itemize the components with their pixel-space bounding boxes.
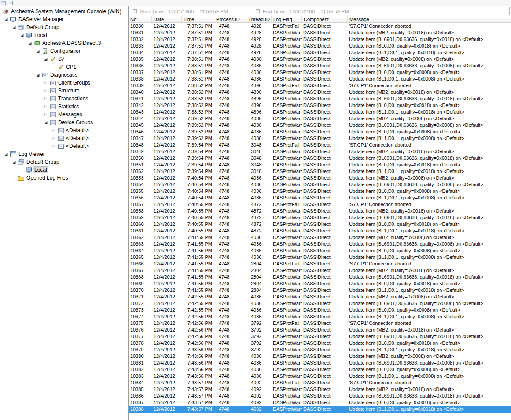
log-row[interactable]: 1036112/4/20127:40:55 PM47484872DASProtW… — [129, 228, 511, 234]
log-row[interactable]: 1034812/4/20127:39:54 PM47483048DASProtF… — [129, 142, 511, 148]
log-row[interactable]: 1035612/4/20127:40:54 PM47484036DASProtW… — [129, 195, 511, 201]
tree-item-default[interactable]: ▷<Default> — [0, 126, 127, 134]
log-row[interactable]: 1035412/4/20127:40:54 PM47484036DASProtW… — [129, 181, 511, 188]
log-row[interactable]: 1036512/4/20127:41:55 PM47484036DASProtW… — [129, 254, 511, 261]
expanded-arrow-icon[interactable]: ◢ — [42, 118, 49, 126]
log-row[interactable]: 1038212/4/20127:43:56 PM47484036DASProtW… — [129, 366, 511, 373]
collapsed-arrow-icon[interactable]: ▷ — [42, 87, 49, 95]
log-row[interactable]: 1037012/4/20127:41:55 PM47482804DASProtW… — [129, 287, 511, 294]
log-row[interactable]: 1033712/4/20127:38:51 PM47484036DASProtW… — [129, 69, 511, 76]
tree-item-local[interactable]: ◢Local — [0, 31, 127, 39]
column-header-time[interactable]: Time — [182, 16, 214, 22]
log-row[interactable]: 1036712/4/20127:41:55 PM47482804DASProtW… — [129, 267, 511, 274]
console-window-icon[interactable] — [1, 1, 6, 5]
tree-item-default[interactable]: ▷<Default> — [0, 134, 127, 142]
log-row[interactable]: 1034312/4/20127:38:52 PM47484396DASProtW… — [129, 109, 511, 115]
log-row[interactable]: 1036412/4/20127:41:55 PM47484036DASProtW… — [129, 247, 511, 254]
log-row[interactable]: 1036612/4/20127:41:55 PM47482804DASProtF… — [129, 261, 511, 267]
end-time-checkbox[interactable] — [256, 9, 260, 13]
log-row[interactable]: 1038812/4/20127:43:57 PM47484092DASProtW… — [129, 406, 511, 413]
column-header-process-id[interactable]: Process ID — [214, 16, 246, 22]
log-row[interactable]: 1037512/4/20127:42:56 PM47483792DASProtF… — [129, 320, 511, 327]
log-row[interactable]: 1033412/4/20127:37:51 PM47484928DASProtW… — [129, 49, 511, 56]
log-row[interactable]: 1033512/4/20127:38:51 PM47484036DASProtW… — [129, 56, 511, 63]
log-row[interactable]: 1035112/4/20127:39:54 PM47483048DASProtW… — [129, 162, 511, 168]
start-time-checkbox[interactable] — [133, 9, 137, 13]
log-row[interactable]: 1035312/4/20127:40:54 PM47484036DASProtW… — [129, 175, 511, 181]
tree-item-diagnostics[interactable]: ◢Diagnostics — [0, 71, 127, 79]
log-row[interactable]: 1037612/4/20127:42:56 PM47483792DASProtW… — [129, 327, 511, 333]
expanded-arrow-icon[interactable]: ◢ — [3, 150, 10, 158]
collapsed-arrow-icon[interactable]: ▷ — [42, 111, 49, 118]
log-row[interactable]: 1035212/4/20127:39:54 PM47483048DASProtW… — [129, 168, 511, 175]
tree-item-client-groups[interactable]: ▷Client Groups — [0, 79, 127, 87]
log-row[interactable]: 1036912/4/20127:41:55 PM47482804DASProtW… — [129, 280, 511, 287]
log-row[interactable]: 1038012/4/20127:43:56 PM47484036DASProtW… — [129, 353, 511, 360]
collapsed-arrow-icon[interactable]: ▷ — [50, 126, 57, 134]
log-row[interactable]: 1037412/4/20127:42:55 PM47484036DASProtW… — [129, 313, 511, 320]
log-row[interactable]: 1033012/4/20127:37:51 PM47484928DASProtF… — [129, 23, 511, 29]
tree-item-opened-log-files[interactable]: Opened Log Files — [0, 174, 127, 182]
log-row[interactable]: 1034612/4/20127:39:52 PM47484036DASProtW… — [129, 129, 511, 135]
log-row[interactable]: 1038612/4/20127:43:57 PM47484092DASProtW… — [129, 393, 511, 399]
expanded-arrow-icon[interactable]: ◢ — [34, 71, 41, 79]
tree-item-default-group[interactable]: ◢Default Group — [0, 158, 127, 166]
log-row[interactable]: 1034212/4/20127:38:52 PM47484396DASProtW… — [129, 102, 511, 109]
tree-item-daserver-manager[interactable]: ◢DAServer Manager — [0, 15, 127, 23]
log-row[interactable]: 1035812/4/20127:40:55 PM47484872DASProtW… — [129, 208, 511, 214]
column-header-date[interactable]: Date — [152, 16, 182, 22]
tree-item-structure[interactable]: ▷Structure — [0, 87, 127, 95]
column-header-no[interactable]: No: — [129, 16, 152, 22]
tree-item-device-groups[interactable]: ◢Device Groups — [0, 118, 127, 126]
tree-item-cp1[interactable]: CP1 — [0, 63, 127, 71]
collapsed-arrow-icon[interactable]: ▷ — [42, 103, 49, 111]
log-row[interactable]: 1037812/4/20127:42:56 PM47483792DASProtW… — [129, 340, 511, 346]
log-row[interactable]: 1033612/4/20127:38:51 PM47484036DASProtW… — [129, 63, 511, 69]
log-row[interactable]: 1038712/4/20127:43:57 PM47484092DASProtW… — [129, 399, 511, 406]
tree-item-default[interactable]: ▷<Default> — [0, 142, 127, 150]
log-row[interactable]: 1037112/4/20127:42:55 PM47484036DASProtW… — [129, 294, 511, 300]
tree-item-statistics[interactable]: ▷Statistics — [0, 103, 127, 111]
log-row[interactable]: 1033212/4/20127:37:51 PM47484928DASProtW… — [129, 36, 511, 43]
log-row[interactable]: 1037912/4/20127:43:56 PM47483792DASProtW… — [129, 346, 511, 353]
collapsed-arrow-icon[interactable]: ▷ — [42, 95, 49, 103]
expanded-arrow-icon[interactable]: ◢ — [11, 158, 18, 166]
column-header-message[interactable]: Message — [348, 16, 511, 22]
log-row[interactable]: 1038112/4/20127:43:56 PM47484036DASProtW… — [129, 360, 511, 366]
log-row[interactable]: 1034412/4/20127:39:52 PM47484036DASProtW… — [129, 115, 511, 122]
expanded-arrow-icon[interactable]: ◢ — [42, 55, 49, 63]
tree-item-archestra-dassidirect-3[interactable]: ◢ArchestrA.DASSIDirect.3 — [0, 39, 127, 47]
log-row[interactable]: 1038412/4/20127:43:57 PM47484092DASProtF… — [129, 379, 511, 386]
log-row[interactable]: 1038512/4/20127:43:57 PM47484092DASProtW… — [129, 386, 511, 393]
log-row[interactable]: 1034912/4/20127:39:54 PM47483048DASProtW… — [129, 148, 511, 155]
tree-item-log-viewer[interactable]: ◢Log Viewer — [0, 150, 127, 158]
log-row[interactable]: 1036812/4/20127:41:55 PM47482804DASProtW… — [129, 274, 511, 280]
log-row[interactable]: 1035712/4/20127:40:55 PM47484872DASProtF… — [129, 201, 511, 208]
expanded-arrow-icon[interactable]: ◢ — [26, 39, 33, 47]
log-row[interactable]: 1033812/4/20127:38:51 PM47484036DASProtW… — [129, 76, 511, 82]
log-row[interactable]: 1035912/4/20127:40:55 PM47484872DASProtW… — [129, 214, 511, 221]
log-row[interactable]: 1037212/4/20127:42:55 PM47484036DASProtW… — [129, 300, 511, 307]
log-row[interactable]: 1034512/4/20127:39:52 PM47484036DASProtW… — [129, 122, 511, 129]
column-header-component[interactable]: Component — [302, 16, 348, 22]
collapsed-arrow-icon[interactable]: ▷ — [42, 79, 49, 87]
log-row[interactable]: 1037712/4/20127:42:56 PM47483792DASProtW… — [129, 333, 511, 340]
log-row[interactable]: 1033912/4/20127:38:52 PM47484396DASProtF… — [129, 82, 511, 89]
expanded-arrow-icon[interactable]: ◢ — [34, 47, 41, 55]
collapsed-arrow-icon[interactable]: ▷ — [50, 134, 57, 142]
console-tree-icon[interactable] — [8, 1, 13, 5]
tree-item-default-group[interactable]: ◢Default Group — [0, 23, 127, 31]
log-row[interactable]: 1037312/4/20127:42:55 PM47484036DASProtW… — [129, 307, 511, 313]
tree-item-archestra-system-management-console-win[interactable]: ArchestrA System Management Console (WIN… — [0, 7, 127, 15]
log-row[interactable]: 1036012/4/20127:40:55 PM47484872DASProtW… — [129, 221, 511, 228]
expanded-arrow-icon[interactable]: ◢ — [18, 31, 26, 39]
log-row[interactable]: 1035012/4/20127:39:54 PM47483048DASProtW… — [129, 155, 511, 162]
collapsed-arrow-icon[interactable]: ▷ — [50, 142, 57, 150]
log-row[interactable]: 1036212/4/20127:41:55 PM47484036DASProtW… — [129, 234, 511, 241]
log-row[interactable]: 1035512/4/20127:40:54 PM47484036DASProtW… — [129, 188, 511, 195]
tree-item-local[interactable]: Local — [0, 166, 127, 174]
log-row[interactable]: 1038312/4/20127:43:56 PM47484036DASProtW… — [129, 373, 511, 379]
log-row[interactable]: 1034712/4/20127:39:52 PM47484036DASProtW… — [129, 135, 511, 142]
tree-item-messages[interactable]: ▷Messages — [0, 111, 127, 118]
log-row[interactable]: 1036312/4/20127:41:55 PM47484036DASProtW… — [129, 241, 511, 247]
